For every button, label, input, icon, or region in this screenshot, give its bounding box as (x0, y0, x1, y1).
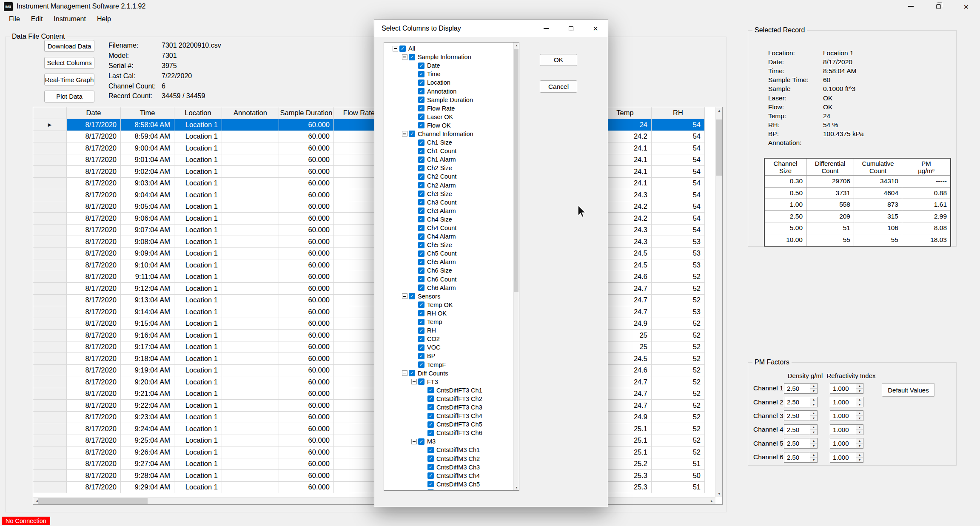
tree-item[interactable]: ✓BP (384, 352, 513, 360)
cell-rh[interactable]: 52 (652, 400, 705, 412)
cell-location[interactable]: Location 1 (174, 318, 222, 330)
spinner-down-icon[interactable]: ▼ (856, 416, 863, 421)
checkbox-checked-icon[interactable]: ✓ (418, 310, 424, 316)
cell-location[interactable]: Location 1 (174, 423, 222, 435)
checkbox-checked-icon[interactable]: ✓ (427, 447, 434, 453)
row-marker[interactable] (33, 189, 67, 201)
tree-item[interactable]: ✓Ch2 Size (384, 164, 513, 172)
row-marker[interactable] (33, 236, 67, 248)
density-spinner[interactable]: 2.50▲▼ (784, 410, 818, 421)
spinner-down-icon[interactable]: ▼ (810, 444, 817, 448)
cell-date[interactable]: 8/17/2020 (67, 423, 121, 435)
spinner-up-icon[interactable]: ▲ (810, 411, 817, 416)
tree-item[interactable]: ✓Ch3 Size (384, 190, 513, 198)
checkbox-checked-icon[interactable]: ✓ (418, 327, 424, 334)
cell-sample_duration[interactable]: 60.000 (279, 259, 334, 271)
cell-rh[interactable]: 53 (652, 306, 705, 318)
checkbox-checked-icon[interactable]: ✓ (418, 165, 424, 171)
cell-rh[interactable]: 54 (652, 178, 705, 190)
cell-location[interactable]: Location 1 (174, 119, 222, 131)
checkbox-checked-icon[interactable]: ✓ (427, 464, 434, 470)
ok-button[interactable]: OK (540, 54, 577, 66)
cell-annotation[interactable] (222, 283, 279, 295)
tree-item[interactable]: ✓CntsDiffM3 Ch6 (384, 489, 513, 491)
cell-annotation[interactable] (222, 154, 279, 166)
restore-button[interactable] (925, 0, 952, 13)
tree-item[interactable]: ✓CntsDiffFT3 Ch5 (384, 420, 513, 429)
cell-location[interactable]: Location 1 (174, 376, 222, 388)
default-values-button[interactable]: Default Values (882, 383, 935, 397)
checkbox-checked-icon[interactable]: ✓ (418, 63, 424, 69)
tree-item[interactable]: ✓CntsDiffM3 Ch5 (384, 480, 513, 489)
cell-sample_duration[interactable]: 60.000 (279, 412, 334, 424)
cell-sample_duration[interactable]: 60.000 (279, 400, 334, 412)
cell-rh[interactable]: 54 (652, 166, 705, 178)
checkbox-checked-icon[interactable]: ✓ (427, 455, 434, 462)
cell-annotation[interactable] (222, 166, 279, 178)
menu-file[interactable]: File (3, 13, 26, 25)
spinner-up-icon[interactable]: ▲ (856, 425, 863, 430)
cell-annotation[interactable] (222, 213, 279, 225)
cell-date[interactable]: 8/17/2020 (67, 388, 121, 400)
cell-rh[interactable]: 54 (652, 154, 705, 166)
checkbox-checked-icon[interactable]: ✓ (418, 242, 424, 248)
tree-item[interactable]: ✓Ch2 Count (384, 172, 513, 181)
cell-date[interactable]: 8/17/2020 (67, 446, 121, 458)
tree-item[interactable]: ✓RH (384, 326, 513, 335)
row-marker[interactable] (33, 295, 67, 307)
cell-time[interactable]: 9:29:04 AM (121, 482, 174, 494)
spinner-up-icon[interactable]: ▲ (810, 425, 817, 430)
checkbox-checked-icon[interactable]: ✓ (418, 182, 424, 188)
cell-rh[interactable]: 52 (652, 271, 705, 283)
tree-item[interactable]: ✓Ch6 Size (384, 266, 513, 275)
cell-rh[interactable]: 52 (652, 435, 705, 447)
row-marker[interactable] (33, 341, 67, 353)
cell-annotation[interactable] (222, 178, 279, 190)
tree-item[interactable]: ✓Ch1 Size (384, 138, 513, 147)
scroll-up-icon[interactable]: ▲ (716, 107, 723, 114)
cell-date[interactable]: 8/17/2020 (67, 330, 121, 341)
cell-date[interactable]: 8/17/2020 (67, 306, 121, 318)
cell-location[interactable]: Location 1 (174, 353, 222, 365)
row-marker[interactable] (33, 225, 67, 236)
checkbox-checked-icon[interactable]: ✓ (427, 430, 434, 436)
tree-item[interactable]: ✓CntsDiffFT3 Ch3 (384, 403, 513, 412)
checkbox-checked-icon[interactable]: ✓ (418, 208, 424, 214)
cell-sample_duration[interactable]: 60.000 (279, 376, 334, 388)
row-marker[interactable] (33, 412, 67, 424)
cell-location[interactable]: Location 1 (174, 365, 222, 377)
cell-time[interactable]: 9:07:04 AM (121, 225, 174, 236)
cell-annotation[interactable] (222, 446, 279, 458)
cell-date[interactable]: 8/17/2020 (67, 236, 121, 248)
cell-annotation[interactable] (222, 376, 279, 388)
spinner-up-icon[interactable]: ▲ (856, 438, 863, 444)
cell-rh[interactable]: 52 (652, 283, 705, 295)
cell-location[interactable]: Location 1 (174, 295, 222, 307)
row-marker[interactable] (33, 142, 67, 154)
cell-location[interactable]: Location 1 (174, 142, 222, 154)
tree-item[interactable]: ✓Diff Counts (384, 369, 513, 378)
spinner-down-icon[interactable]: ▼ (810, 430, 817, 435)
spinner-down-icon[interactable]: ▼ (810, 458, 817, 462)
cell-sample_duration[interactable]: 60.000 (279, 458, 334, 470)
scroll-up-icon[interactable]: ▲ (514, 43, 519, 48)
dialog-minimize-button[interactable] (534, 20, 558, 37)
spinner-down-icon[interactable]: ▼ (810, 416, 817, 421)
tree-item[interactable]: ✓CntsDiffM3 Ch3 (384, 463, 513, 472)
cell-sample_duration[interactable]: 60.000 (279, 283, 334, 295)
cell-sample_duration[interactable]: 60.000 (279, 131, 334, 143)
checkbox-checked-icon[interactable]: ✓ (409, 54, 415, 60)
cell-time[interactable]: 9:08:04 AM (121, 236, 174, 248)
cell-location[interactable]: Location 1 (174, 131, 222, 143)
density-spinner[interactable]: 2.50▲▼ (784, 383, 818, 394)
tree-item[interactable]: ✓RH OK (384, 309, 513, 318)
cell-annotation[interactable] (222, 248, 279, 260)
cell-date[interactable]: 8/17/2020 (67, 470, 121, 482)
cell-location[interactable]: Location 1 (174, 236, 222, 248)
checkbox-checked-icon[interactable]: ✓ (427, 413, 434, 419)
column-header-rh[interactable]: RH (652, 107, 705, 119)
cell-location[interactable]: Location 1 (174, 458, 222, 470)
tree-item[interactable]: ✓Ch6 Alarm (384, 284, 513, 292)
checkbox-checked-icon[interactable]: ✓ (418, 105, 424, 111)
cell-annotation[interactable] (222, 458, 279, 470)
